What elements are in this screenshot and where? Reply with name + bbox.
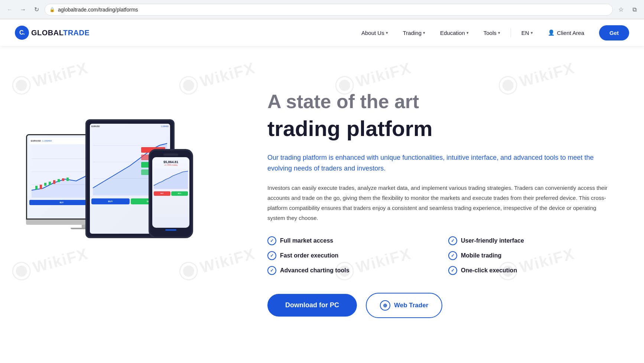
about-chevron-icon: ▾ [386, 30, 388, 35]
svg-rect-8 [53, 180, 55, 184]
laptop-ticker: EUR/USD [31, 140, 41, 142]
phone-device: $5,864.81 +1.45% today [149, 149, 193, 238]
forward-button[interactable]: → [18, 4, 28, 15]
phone-notch [163, 153, 178, 156]
phone-frame: $5,864.81 +1.45% today [149, 149, 193, 238]
heading-main: trading platform [267, 117, 614, 140]
feature-check-2: ✓ [267, 251, 276, 260]
phone-price-change: +1.45% today [154, 164, 188, 166]
logo-icon: C. [15, 26, 29, 40]
feature-label-4: Advanced charting tools [280, 267, 349, 274]
feature-label-5: One-click execution [461, 267, 517, 274]
phone-buy-btn: BUY [154, 191, 170, 196]
svg-rect-9 [58, 179, 60, 182]
trading-chevron-icon: ▾ [423, 30, 425, 35]
phone-price: $5,864.81 [154, 160, 188, 164]
navbar: C. GLOBALTRADE About Us ▾ Trading ▾ Educ… [0, 19, 644, 46]
svg-rect-6 [44, 183, 46, 186]
back-button[interactable]: ← [4, 4, 15, 15]
feature-label-1: User-friendly interface [461, 237, 524, 244]
nav-lang-label: EN [521, 30, 529, 36]
features-grid: ✓ Full market access ✓ User-friendly int… [267, 236, 614, 275]
feature-check-4: ✓ [267, 266, 276, 275]
nav-divider [511, 28, 511, 37]
feature-item-4: ✓ Advanced charting tools [267, 266, 433, 275]
logo[interactable]: C. GLOBALTRADE [15, 26, 90, 40]
lock-icon: 🔒 [49, 7, 55, 12]
heading-partial: A state of the art [267, 91, 614, 112]
nav-about-label: About Us [361, 30, 384, 36]
nav-item-tools[interactable]: Tools ▾ [478, 27, 506, 39]
nav-tools-label: Tools [484, 30, 497, 36]
webtrader-label: Web Trader [394, 302, 428, 309]
education-chevron-icon: ▾ [466, 30, 469, 35]
download-pc-button[interactable]: Download for PC [267, 294, 357, 317]
nav-item-about[interactable]: About Us ▾ [355, 27, 394, 39]
check-icon-1: ✓ [451, 238, 455, 243]
nav-item-education[interactable]: Education ▾ [434, 27, 475, 39]
svg-rect-7 [49, 182, 51, 185]
devices-section: EUR/USD 1.189460 [22, 112, 238, 298]
logo-text: GLOBALTRADE [31, 29, 90, 37]
client-area-icon: 👤 [548, 29, 555, 36]
check-icon-0: ✓ [270, 238, 274, 243]
svg-rect-10 [62, 178, 64, 181]
cta-buttons: Download for PC ⊕ Web Trader [267, 293, 614, 318]
text-section: A state of the art trading platform Our … [238, 91, 614, 318]
phone-home-indicator [165, 229, 176, 231]
hero-description: Investors can easily execute trades, ana… [267, 183, 614, 223]
tablet-price: 1.189460 [161, 125, 169, 127]
nav-item-lang[interactable]: EN ▾ [515, 27, 539, 39]
check-icon-5: ✓ [451, 268, 455, 273]
feature-check-5: ✓ [448, 266, 457, 275]
nav-client-area[interactable]: 👤 Client Area [542, 26, 590, 39]
bookmark-button[interactable]: ☆ [616, 4, 626, 15]
main-content: WikiFX WikiFX WikiFX WikiFX WikiFX WikiF… [0, 46, 644, 363]
lang-chevron-icon: ▾ [531, 30, 533, 35]
feature-item-3: ✓ Mobile trading [448, 251, 614, 260]
reload-button[interactable]: ↻ [31, 4, 42, 15]
check-icon-2: ✓ [270, 253, 274, 258]
feature-item-0: ✓ Full market access [267, 236, 433, 245]
browser-chrome: ← → ↻ 🔒 aglobaltrade.com/trading/platfor… [0, 0, 644, 19]
svg-rect-4 [35, 186, 38, 189]
laptop-price: 1.189460 [42, 140, 52, 142]
nav-trading-label: Trading [403, 30, 422, 36]
webtrader-icon: ⊕ [380, 300, 390, 311]
feature-check-1: ✓ [448, 236, 457, 245]
feature-check-0: ✓ [267, 236, 276, 245]
check-icon-3: ✓ [451, 253, 455, 258]
content-wrapper: EUR/USD 1.189460 [0, 46, 644, 363]
check-icon-4: ✓ [270, 268, 274, 273]
address-bar[interactable]: 🔒 aglobaltrade.com/trading/platforms [45, 4, 613, 16]
devices-mockup: EUR/USD 1.189460 [26, 112, 234, 298]
tools-chevron-icon: ▾ [498, 30, 500, 35]
svg-rect-11 [66, 178, 69, 181]
tab-button[interactable]: ⧉ [629, 4, 640, 15]
feature-label-3: Mobile trading [461, 252, 501, 259]
tablet-ticker: EUR/USD [91, 125, 100, 127]
svg-rect-5 [40, 185, 42, 189]
client-area-label: Client Area [557, 30, 584, 36]
feature-item-2: ✓ Fast order execution [267, 251, 433, 260]
feature-check-3: ✓ [448, 251, 457, 260]
feature-item-1: ✓ User-friendly interface [448, 236, 614, 245]
feature-item-5: ✓ One-click execution [448, 266, 614, 275]
hero-subtitle: Our trading platform is enhanced with un… [267, 152, 614, 174]
phone-chart [154, 168, 188, 190]
nav-education-label: Education [440, 30, 465, 36]
webtrader-button[interactable]: ⊕ Web Trader [366, 293, 442, 318]
feature-label-2: Fast order execution [280, 252, 338, 259]
nav-item-trading[interactable]: Trading ▾ [397, 27, 431, 39]
get-button[interactable]: Get [599, 25, 629, 40]
phone-screen: $5,864.81 +1.45% today [152, 157, 189, 228]
url-text: aglobaltrade.com/trading/platforms [58, 7, 608, 13]
feature-label-0: Full market access [280, 237, 333, 244]
nav-links: About Us ▾ Trading ▾ Education ▾ Tools ▾… [355, 25, 629, 40]
phone-sell-btn: SELL [171, 191, 188, 196]
